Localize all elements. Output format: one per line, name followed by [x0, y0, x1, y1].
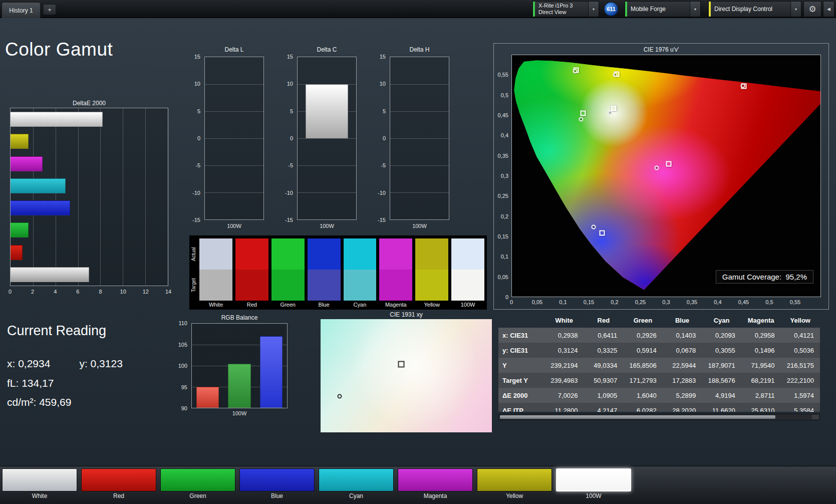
table-header-cell: Blue: [663, 317, 702, 324]
chevron-down-icon[interactable]: ▼: [588, 2, 599, 17]
patch-button-cyan[interactable]: Cyan: [319, 468, 394, 500]
patch-button-green[interactable]: Green: [160, 468, 235, 500]
bottombar: WhiteRedGreenBlueCyanMagentaYellow100W ▲…: [0, 466, 836, 504]
axis-tick-label: 0,4: [714, 299, 721, 305]
axis-tick-label: 2: [31, 289, 34, 295]
collapse-panel-button[interactable]: ◀: [823, 1, 834, 17]
gridline: [390, 84, 449, 85]
axis-tick-label: 0,05: [532, 299, 542, 305]
axis-tick-label: 14: [165, 289, 171, 295]
table-cell: 5,3584: [780, 407, 820, 412]
chart-title: Delta C: [297, 46, 357, 53]
deltae-bar-magenta: [11, 156, 43, 171]
add-tab-button[interactable]: +: [43, 4, 56, 15]
patch-label: Yellow: [477, 491, 552, 500]
target-row-label: Target: [191, 271, 198, 300]
row-label: y: CIE31: [498, 347, 544, 354]
color-swatch: [81, 468, 156, 491]
source-dropdown[interactable]: Mobile Forge ▼: [625, 1, 701, 17]
swatch-target: [344, 270, 377, 301]
patch-label: 100W: [556, 491, 631, 500]
table-header-cell: Red: [584, 317, 624, 324]
axis-tick-label: 0,25: [498, 193, 508, 199]
axis-tick-label: 105: [178, 342, 187, 348]
target-marker-magenta: [666, 161, 672, 167]
value-bar-green: [228, 364, 251, 408]
table-cell: 49,0334: [584, 362, 624, 369]
axis-tick-label: 0,2: [611, 299, 618, 305]
axis-tick-label: -10: [378, 190, 386, 196]
swatch-column-red: Red: [235, 238, 268, 308]
table-cell: 71,9540: [741, 362, 781, 369]
settings-button[interactable]: ⚙: [803, 1, 821, 17]
swatch-label: White: [199, 301, 232, 308]
color-swatch: [398, 468, 473, 491]
axis-tick-label: 5: [383, 108, 386, 114]
patch-button-white[interactable]: White: [2, 468, 77, 500]
deltae-bar-blue: [11, 200, 70, 215]
axis-tick-label: 0,5: [765, 299, 773, 305]
workflow-dropdown[interactable]: Direct Display Control ▼: [708, 1, 801, 17]
deltae2000-plot: [10, 108, 168, 286]
patch-button-100w[interactable]: 100W: [556, 468, 631, 500]
table-cell: 0,0678: [663, 347, 702, 354]
cie1976-x-axis: 00,050,10,150,20,250,30,350,40,450,50,55: [511, 299, 821, 306]
target-marker-blue: [600, 230, 605, 236]
axis-tick-label: -10: [192, 190, 200, 196]
x-axis-label: 100W: [204, 223, 264, 229]
measured-marker-green: [573, 69, 578, 74]
x-axis-label: 100W: [297, 223, 357, 229]
table-cell: 165,8506: [623, 362, 663, 369]
axis-tick-label: -15: [192, 217, 200, 223]
chevron-glyph: ▼: [592, 8, 596, 11]
app-root: History 1 + X-Rite i1Pro 3 Direct View ▼…: [0, 0, 836, 504]
tab-history-1[interactable]: History 1: [2, 2, 41, 18]
gridline: [298, 192, 356, 193]
row-label: Y: [498, 362, 544, 369]
deltae2000-chart-title: DeltaE 2000: [10, 100, 168, 107]
swatch-actual: [415, 238, 448, 270]
plot-area: [390, 57, 449, 220]
table-horizontal-scrollbar[interactable]: [498, 414, 820, 420]
axis-tick-label: -15: [378, 217, 386, 223]
swatch-columns: WhiteRedGreenBlueCyanMagentaYellow100W: [199, 238, 484, 308]
scrollbar-thumb[interactable]: [500, 415, 775, 419]
table-cell: 2,8711: [741, 392, 781, 399]
table-header-cell: White: [544, 317, 584, 324]
table-cell: 4,2147: [584, 407, 624, 412]
axis-tick-label: -5: [381, 162, 386, 168]
axis-tick-label: -15: [285, 217, 293, 223]
patch-label: White: [2, 491, 77, 500]
patch-button-yellow[interactable]: Yellow: [477, 468, 552, 500]
patch-button-blue[interactable]: Blue: [239, 468, 315, 500]
chevron-down-icon[interactable]: ▼: [790, 2, 801, 17]
color-swatch: [556, 468, 631, 491]
axis-tick-label: 12: [143, 289, 149, 295]
workflow-label: Direct Display Control: [711, 2, 790, 17]
axis-tick-label: 6: [76, 289, 79, 295]
chevron-down-icon[interactable]: ▼: [690, 2, 700, 17]
patch-button-magenta[interactable]: Magenta: [398, 468, 473, 500]
meter-dropdown[interactable]: X-Rite i1Pro 3 Direct View ▼: [532, 1, 599, 17]
swatch-target: [415, 270, 448, 301]
table-cell: 0,1403: [663, 332, 702, 339]
deltae-bar-white: [11, 267, 89, 282]
axis-tick-label: 0,35: [498, 153, 508, 159]
swatch-column-100w: 100W: [451, 238, 484, 308]
source-label: Mobile Forge: [627, 2, 690, 17]
table-cell: 22,5944: [663, 362, 702, 369]
deltae-bar-green: [11, 222, 29, 237]
table-cell: 0,5036: [780, 347, 820, 354]
table-cell: 4,9194: [702, 392, 741, 399]
table-cell: 0,2926: [623, 332, 663, 339]
table-header-cell: Yellow: [780, 317, 820, 324]
table-header-cell: Green: [623, 317, 663, 324]
gridline: [390, 165, 449, 166]
swatch-column-green: Green: [271, 238, 305, 308]
cie1976-panel: CIE 1976 u'v' 00,050,10,150,20,250,30,35…: [493, 43, 829, 310]
plot-area: [204, 57, 264, 220]
table-cell: 0,2958: [741, 332, 781, 339]
value-bar-blue: [260, 336, 283, 408]
patch-button-red[interactable]: Red: [81, 468, 156, 500]
cie1976-markers: [512, 55, 820, 297]
